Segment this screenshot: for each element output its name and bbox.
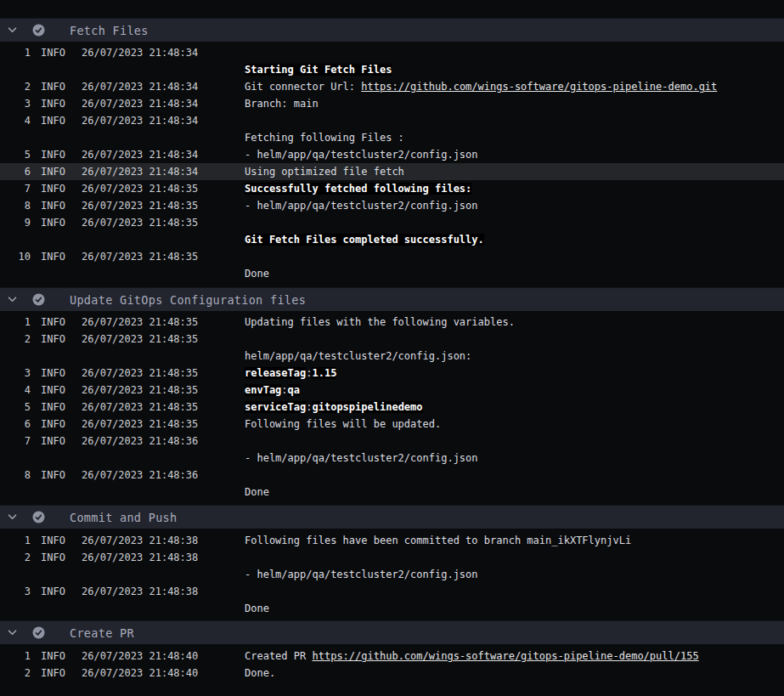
log-message: - helm/app/qa/testcluster2/config.json <box>245 549 784 583</box>
log-entry[interactable]: 2INFO26/07/2023 21:48:34Git connector Ur… <box>0 78 784 95</box>
log-entry[interactable]: 1INFO26/07/2023 21:48:40Created PR https… <box>0 648 784 665</box>
log-line: Done <box>245 484 784 501</box>
log-entry[interactable]: 7INFO26/07/2023 21:48:36- helm/app/qa/te… <box>0 433 784 467</box>
line-number: 5 <box>0 399 31 416</box>
success-check-icon <box>32 293 45 306</box>
log-message: - helm/app/qa/testcluster2/config.json <box>245 146 784 163</box>
highlighted-text: qa <box>288 384 300 396</box>
log-message: Done. <box>245 665 784 682</box>
log-line <box>245 112 784 129</box>
log-line <box>245 44 784 61</box>
line-number: 3 <box>0 365 31 382</box>
log-line: Git Fetch Files completed successfully. <box>245 231 784 248</box>
timestamp: 26/07/2023 21:48:35 <box>82 314 245 331</box>
highlighted-text: releaseTag <box>245 367 306 379</box>
section-header[interactable]: Update GitOps Configuration files <box>0 287 784 311</box>
log-entry[interactable]: 9INFO26/07/2023 21:48:35Git Fetch Files … <box>0 214 784 248</box>
log-entry[interactable]: 3INFO26/07/2023 21:48:35releaseTag:1.15 <box>0 365 784 382</box>
log-level: INFO <box>31 44 82 61</box>
section-title: Update GitOps Configuration files <box>70 293 306 307</box>
log-line: Following files will be updated. <box>245 416 784 433</box>
log-line <box>245 583 784 600</box>
timestamp: 26/07/2023 21:48:36 <box>82 433 245 450</box>
highlighted-text: serviceTag <box>245 401 306 413</box>
log-entry[interactable]: 8INFO26/07/2023 21:48:35- helm/app/qa/te… <box>0 197 784 214</box>
chevron-down-icon[interactable] <box>8 27 18 33</box>
log-line: helm/app/qa/testcluster2/config.json: <box>245 348 784 365</box>
line-number: 3 <box>0 583 31 600</box>
log-text: helm/app/qa/testcluster2/config.json: <box>245 350 471 362</box>
timestamp: 26/07/2023 21:48:35 <box>82 399 245 416</box>
timestamp: 26/07/2023 21:48:35 <box>82 214 245 231</box>
log-link[interactable]: https://github.com/wings-software/gitops… <box>312 650 698 662</box>
log-message: Created PR https://github.com/wings-soft… <box>245 648 784 665</box>
section-title: Fetch Files <box>70 24 149 37</box>
log-entry[interactable]: 7INFO26/07/2023 21:48:35Successfully fet… <box>0 180 784 197</box>
line-number: 1 <box>0 44 31 61</box>
section-header[interactable]: Create PR <box>0 620 784 644</box>
log-line: - helm/app/qa/testcluster2/config.json <box>245 197 784 214</box>
line-number: 6 <box>0 416 31 433</box>
timestamp: 26/07/2023 21:48:35 <box>82 382 245 399</box>
log-entry[interactable]: 3INFO26/07/2023 21:48:38Done <box>0 583 784 617</box>
section-header[interactable]: Fetch Files <box>0 18 784 42</box>
log-text: - helm/app/qa/testcluster2/config.json <box>245 149 478 161</box>
chevron-down-icon[interactable] <box>8 297 18 303</box>
log-message: helm/app/qa/testcluster2/config.json: <box>245 331 784 365</box>
timestamp: 26/07/2023 21:48:35 <box>82 416 245 433</box>
log-level: INFO <box>31 382 82 399</box>
log-message: Starting Git Fetch Files <box>245 44 784 78</box>
log-entry[interactable]: 5INFO26/07/2023 21:48:35serviceTag:gitop… <box>0 399 784 416</box>
log-message: Fetching following Files : <box>245 112 784 146</box>
line-number: 2 <box>0 78 31 95</box>
log-entry[interactable]: 4INFO26/07/2023 21:48:35envTag:qa <box>0 382 784 399</box>
log-link[interactable]: https://github.com/wings-software/gitops… <box>361 81 717 93</box>
log-level: INFO <box>31 248 82 265</box>
log-line: Git connector Url: https://github.com/wi… <box>245 78 784 95</box>
log-entry[interactable]: 5INFO26/07/2023 21:48:34- helm/app/qa/te… <box>0 146 784 163</box>
log-entry[interactable]: 8INFO26/07/2023 21:48:36Done <box>0 467 784 501</box>
log-entry[interactable]: 2INFO26/07/2023 21:48:38- helm/app/qa/te… <box>0 549 784 583</box>
highlighted-text: 1.15 <box>312 367 336 379</box>
log-level: INFO <box>31 180 82 197</box>
log-message: Done <box>245 583 784 617</box>
section-body: 1INFO26/07/2023 21:48:38Following files … <box>0 529 784 620</box>
log-message: Updating files with the following variab… <box>245 314 784 331</box>
timestamp: 26/07/2023 21:48:34 <box>82 112 245 129</box>
log-text: Git connector Url: <box>245 81 361 93</box>
chevron-down-icon[interactable] <box>8 514 18 520</box>
log-text: Branch: main <box>245 98 319 110</box>
log-line: Fetching following Files : <box>245 129 784 146</box>
log-text: Following files have been committed to b… <box>245 535 631 546</box>
section-body: 1INFO26/07/2023 21:48:35Updating files w… <box>0 311 784 505</box>
section-header[interactable]: Commit and Push <box>0 505 784 529</box>
log-entry[interactable]: 6INFO26/07/2023 21:48:35Following files … <box>0 416 784 433</box>
log-message: Branch: main <box>245 95 784 112</box>
chevron-down-icon[interactable] <box>8 630 18 636</box>
log-level: INFO <box>31 197 82 214</box>
line-number: 8 <box>0 467 31 484</box>
timestamp: 26/07/2023 21:48:36 <box>82 467 245 484</box>
log-entry[interactable]: 2INFO26/07/2023 21:48:40Done. <box>0 665 784 682</box>
log-entry[interactable]: 4INFO26/07/2023 21:48:34Fetching followi… <box>0 112 784 146</box>
log-level: INFO <box>31 314 82 331</box>
log-entry[interactable]: 10INFO26/07/2023 21:48:35Done <box>0 248 784 282</box>
log-text: Done <box>245 603 269 614</box>
log-text: Updating files with the following variab… <box>245 316 515 328</box>
timestamp: 26/07/2023 21:48:34 <box>82 78 245 95</box>
log-entry[interactable]: 1INFO26/07/2023 21:48:34Starting Git Fet… <box>0 44 784 78</box>
log-level: INFO <box>31 331 82 348</box>
timestamp: 26/07/2023 21:48:34 <box>82 163 245 180</box>
highlighted-text: Successfully fetched following files: <box>245 183 471 195</box>
log-entry[interactable]: 3INFO26/07/2023 21:48:34Branch: main <box>0 95 784 112</box>
log-level: INFO <box>31 214 82 231</box>
log-level: INFO <box>31 583 82 600</box>
log-entry[interactable]: 2INFO26/07/2023 21:48:35helm/app/qa/test… <box>0 331 784 365</box>
log-message: Following files will be updated. <box>245 416 784 433</box>
log-entry[interactable]: 6INFO26/07/2023 21:48:34Using optimized … <box>0 163 784 180</box>
line-number: 1 <box>0 648 31 665</box>
log-entry[interactable]: 1INFO26/07/2023 21:48:35Updating files w… <box>0 314 784 331</box>
log-level: INFO <box>31 648 82 665</box>
log-entry[interactable]: 1INFO26/07/2023 21:48:38Following files … <box>0 532 784 549</box>
log-level: INFO <box>31 146 82 163</box>
